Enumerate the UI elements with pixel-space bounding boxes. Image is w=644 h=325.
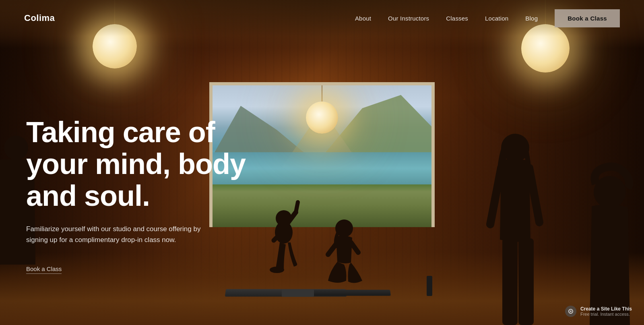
svg-point-16 (570, 311, 572, 312)
hero-title: Taking care of your mind, body and soul. (26, 116, 276, 212)
lamp-cord-center (322, 85, 322, 101)
squarespace-icon (565, 306, 576, 317)
nav-instructors[interactable]: Our Instructors (388, 15, 429, 22)
nav-book-button[interactable]: Book a Class (555, 9, 620, 27)
lamp-center (306, 85, 338, 134)
lamp-globe-center (306, 101, 338, 134)
folded-item (282, 290, 314, 297)
squarespace-subtitle: Free trial. Instant access. (580, 312, 632, 317)
squarespace-title: Create a Site Like This (580, 306, 632, 312)
nav-about[interactable]: About (355, 15, 371, 22)
hero-section: Colima About Our Instructors Classes Loc… (0, 0, 644, 325)
nav-location[interactable]: Location (485, 15, 508, 22)
hero-cta-link[interactable]: Book a Class (26, 265, 62, 274)
nav-blog[interactable]: Blog (525, 15, 538, 22)
squarespace-badge[interactable]: Create a Site Like This Free trial. Inst… (565, 306, 632, 317)
water-bottle (427, 276, 432, 296)
svg-line-8 (351, 242, 358, 253)
squarespace-text: Create a Site Like This Free trial. Inst… (580, 306, 632, 317)
svg-rect-11 (518, 238, 534, 325)
figure-observer-2 (584, 156, 636, 325)
nav-links: About Our Instructors Classes Location B… (355, 9, 620, 27)
svg-line-12 (490, 168, 501, 224)
svg-rect-10 (502, 238, 518, 325)
svg-point-15 (4, 136, 28, 160)
hero-content: Taking care of your mind, body and soul.… (26, 116, 276, 273)
svg-line-3 (296, 202, 298, 212)
figure-student (322, 206, 374, 295)
figure-observer-1 (483, 116, 547, 325)
hero-subtitle: Familiarize yourself with our studio and… (26, 224, 223, 245)
site-logo[interactable]: Colima (24, 13, 55, 23)
svg-line-13 (529, 168, 539, 222)
navbar: Colima About Our Instructors Classes Loc… (0, 0, 644, 36)
nav-classes[interactable]: Classes (446, 15, 468, 22)
